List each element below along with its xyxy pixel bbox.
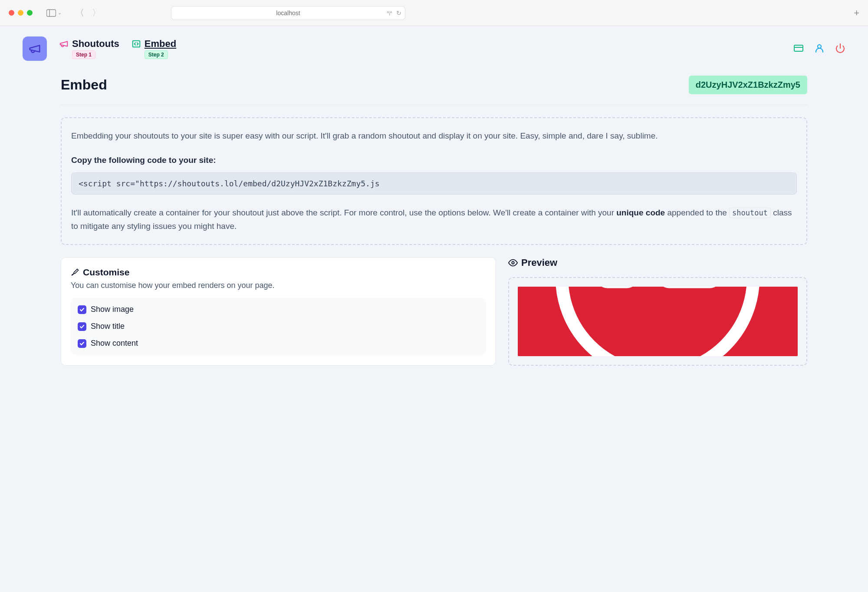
svg-rect-11 (658, 287, 721, 288)
nav-step-embed[interactable]: Embed Step 2 (132, 38, 176, 59)
paintbrush-icon (71, 268, 79, 277)
nav-steps: Shoutouts Step 1 Embed Step 2 (59, 38, 176, 59)
svg-point-7 (512, 262, 514, 265)
topbar-right (793, 43, 845, 55)
app-topbar: Shoutouts Step 1 Embed Step 2 (0, 26, 868, 71)
svg-point-8 (562, 287, 753, 356)
sidebar-toggle[interactable]: ⌄ (46, 9, 62, 17)
check-show-title[interactable]: Show title (78, 322, 479, 331)
back-button[interactable]: 〈 (76, 7, 84, 19)
svg-rect-10 (596, 287, 638, 288)
customise-card: Customise You can customise how your emb… (61, 257, 496, 366)
check-show-content[interactable]: Show content (78, 339, 479, 348)
credit-card-icon[interactable] (793, 43, 804, 55)
svg-point-5 (818, 45, 821, 48)
user-icon[interactable] (814, 43, 825, 55)
face-icon (551, 287, 764, 356)
preview-title: Preview (508, 257, 807, 268)
close-window-icon[interactable] (9, 10, 14, 16)
nav-step-shoutouts[interactable]: Shoutouts Step 1 (59, 38, 119, 59)
chevron-down-icon: ⌄ (58, 10, 62, 16)
url-bar[interactable]: localhost 🝖 ↻ (171, 6, 405, 20)
power-icon[interactable] (835, 43, 845, 55)
nav-step-label: Embed (145, 38, 176, 50)
main-content: Embed d2UzyHJV2xZ1BzkzZmy5 Embedding you… (0, 71, 868, 383)
customise-subtitle: You can customise how your embed renders… (71, 281, 486, 290)
info-heading: Copy the following code to your site: (71, 154, 797, 167)
check-label: Show image (91, 305, 134, 314)
browser-chrome: ⌄ 〈 〉 localhost 🝖 ↻ + (0, 0, 868, 26)
check-show-image[interactable]: Show image (78, 305, 479, 314)
step-badge: Step 2 (145, 50, 168, 59)
customise-title: Customise (71, 267, 486, 278)
step-badge: Step 1 (72, 50, 95, 59)
megaphone-icon (28, 42, 41, 55)
new-tab-button[interactable]: + (854, 7, 859, 19)
svg-rect-2 (133, 41, 140, 47)
fullscreen-window-icon[interactable] (27, 10, 33, 16)
eye-icon (508, 258, 518, 268)
page-title: Embed (61, 77, 107, 93)
inline-code: shoutout (729, 208, 771, 218)
checkbox-icon (78, 339, 86, 348)
two-column: Customise You can customise how your emb… (61, 257, 807, 366)
checkbox-icon (78, 305, 86, 314)
unique-code-pill[interactable]: d2UzyHJV2xZ1BzkzZmy5 (689, 76, 807, 94)
code-snippet[interactable]: <script src="https://shoutouts.lol/embed… (71, 172, 797, 195)
customise-check-list: Show image Show title Show content (71, 298, 486, 355)
panel-icon (46, 9, 56, 17)
forward-button[interactable]: 〉 (92, 7, 101, 19)
code-icon (132, 39, 141, 49)
info-intro: Embedding your shoutouts to your site is… (71, 129, 797, 142)
info-post-text: It'll automatically create a container f… (71, 206, 797, 233)
traffic-lights (9, 10, 33, 16)
check-label: Show content (91, 339, 138, 348)
checkbox-icon (78, 322, 86, 331)
check-label: Show title (91, 322, 125, 331)
app-logo[interactable] (23, 36, 47, 61)
url-text: localhost (276, 10, 300, 17)
embed-info-box: Embedding your shoutouts to your site is… (61, 117, 807, 245)
page-header: Embed d2UzyHJV2xZ1BzkzZmy5 (61, 76, 807, 105)
minimize-window-icon[interactable] (18, 10, 23, 16)
nav-step-label: Shoutouts (72, 38, 119, 50)
preview-section: Preview (508, 257, 807, 366)
svg-rect-0 (46, 10, 56, 17)
refresh-icon[interactable]: ↻ (396, 10, 401, 17)
nav-arrows: 〈 〉 (76, 7, 101, 19)
translate-icon[interactable]: 🝖 (387, 10, 393, 17)
svg-rect-3 (794, 45, 803, 51)
megaphone-icon (59, 39, 69, 49)
preview-box (508, 277, 807, 366)
preview-image (518, 287, 798, 356)
